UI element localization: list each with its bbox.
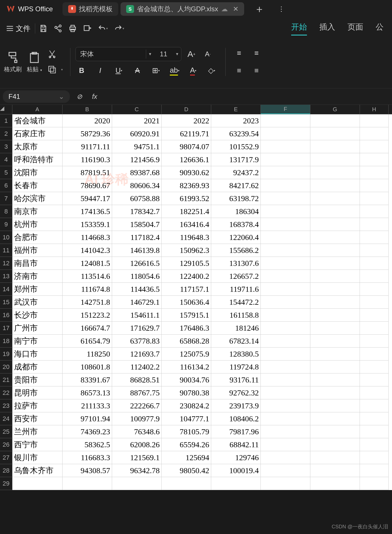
- cell-C18[interactable]: 63778.83: [112, 335, 162, 348]
- cell-G9[interactable]: [310, 218, 360, 231]
- cell-F7[interactable]: [261, 192, 310, 205]
- cell-G22[interactable]: [310, 386, 360, 399]
- cell-H22[interactable]: [360, 386, 389, 399]
- cell-D22[interactable]: 90780.38: [162, 386, 211, 399]
- cell-D4[interactable]: 126636.1: [162, 153, 211, 166]
- cell-E22[interactable]: 92762.32: [211, 386, 261, 399]
- cell-D9[interactable]: 163416.4: [162, 218, 211, 231]
- cell-H5[interactable]: [360, 166, 389, 179]
- strikethrough-button[interactable]: A: [131, 64, 144, 77]
- cell-C2[interactable]: 60920.91: [112, 127, 162, 140]
- cell-G26[interactable]: [310, 438, 360, 451]
- font-size-input[interactable]: 11: [154, 50, 173, 58]
- cell-D27[interactable]: 125694: [162, 451, 211, 464]
- cell-H13[interactable]: [360, 270, 389, 283]
- highlight-button[interactable]: ab▾: [168, 64, 181, 77]
- cell-H29[interactable]: [360, 477, 389, 490]
- cell-E1[interactable]: 2023: [211, 114, 261, 127]
- cell-E3[interactable]: 101552.9: [211, 140, 261, 153]
- cell-C14[interactable]: 114436.5: [112, 283, 162, 296]
- cell-F2[interactable]: [261, 127, 310, 140]
- cell-F6[interactable]: [261, 179, 310, 192]
- cell-C9[interactable]: 158504.7: [112, 218, 162, 231]
- row-header-14[interactable]: 14: [0, 283, 12, 296]
- cell-C22[interactable]: 88767.75: [112, 386, 162, 399]
- align-left-button[interactable]: ≡: [233, 64, 245, 77]
- cell-E15[interactable]: 154472.2: [211, 296, 261, 309]
- row-header-17[interactable]: 17: [0, 322, 12, 335]
- cell-D1[interactable]: 2022: [162, 114, 211, 127]
- cell-G27[interactable]: [310, 451, 360, 464]
- cell-B24[interactable]: 97101.94: [63, 412, 112, 425]
- row-header-5[interactable]: 5: [0, 166, 12, 179]
- cell-D10[interactable]: 119648.3: [162, 231, 211, 244]
- cell-F20[interactable]: [261, 361, 310, 373]
- cell-A13[interactable]: 济南市: [12, 270, 63, 283]
- cell-B1[interactable]: 2020: [63, 114, 112, 127]
- cell-H10[interactable]: [360, 231, 389, 244]
- cell-F23[interactable]: [261, 399, 310, 412]
- cell-F8[interactable]: [261, 205, 310, 218]
- tab-menu-button[interactable]: ⋮: [275, 5, 288, 13]
- cell-F10[interactable]: [261, 231, 310, 244]
- cell-C12[interactable]: 126616.5: [112, 257, 162, 270]
- font-selector[interactable]: 宋体 ▾ 11 ▾: [75, 47, 181, 61]
- cell-B21[interactable]: 83391.67: [63, 373, 112, 386]
- ribbon-tab-page[interactable]: 页面: [348, 22, 363, 35]
- cell-C29[interactable]: [112, 477, 162, 490]
- cell-F27[interactable]: [261, 451, 310, 464]
- chevron-down-icon[interactable]: ▾: [173, 51, 181, 57]
- cell-A17[interactable]: 广州市: [12, 322, 63, 335]
- cell-G5[interactable]: [310, 166, 360, 179]
- cell-A16[interactable]: 长沙市: [12, 309, 63, 322]
- cell-G17[interactable]: [310, 322, 360, 335]
- column-header-E[interactable]: E: [211, 105, 261, 114]
- cell-D16[interactable]: 157915.1: [162, 309, 211, 322]
- cell-F4[interactable]: [261, 153, 310, 166]
- format-painter-group[interactable]: 格式刷: [4, 51, 22, 73]
- row-header-19[interactable]: 19: [0, 348, 12, 361]
- cell-B23[interactable]: 211133.3: [63, 399, 112, 412]
- cell-H20[interactable]: [360, 361, 389, 373]
- share-button[interactable]: [52, 22, 64, 35]
- cell-A3[interactable]: 太原市: [12, 140, 63, 153]
- tab-templates[interactable]: 找稻壳模板: [63, 2, 118, 16]
- cell-H9[interactable]: [360, 218, 389, 231]
- cell-A15[interactable]: 武汉市: [12, 296, 63, 309]
- chevron-down-icon[interactable]: ⌄: [59, 93, 64, 101]
- cell-E18[interactable]: 67823.14: [211, 335, 261, 348]
- cell-B19[interactable]: 118250: [63, 348, 112, 361]
- copy-icon[interactable]: [47, 64, 57, 75]
- cell-A26[interactable]: 西宁市: [12, 438, 63, 451]
- cell-A12[interactable]: 南昌市: [12, 257, 63, 270]
- cell-B22[interactable]: 86573.13: [63, 386, 112, 399]
- cell-E25[interactable]: 79817.96: [211, 425, 261, 438]
- cell-D6[interactable]: 82369.93: [162, 179, 211, 192]
- cell-F9[interactable]: [261, 218, 310, 231]
- formula-input[interactable]: [104, 90, 389, 103]
- row-header-23[interactable]: 23: [0, 399, 12, 412]
- cell-E4[interactable]: 131717.9: [211, 153, 261, 166]
- cell-F14[interactable]: [261, 283, 310, 296]
- cell-C11[interactable]: 146139.8: [112, 244, 162, 257]
- cell-E17[interactable]: 181246: [211, 322, 261, 335]
- cell-D12[interactable]: 129105.5: [162, 257, 211, 270]
- cell-E20[interactable]: 119724.8: [211, 361, 261, 373]
- cell-B15[interactable]: 142751.8: [63, 296, 112, 309]
- cell-D11[interactable]: 150962.3: [162, 244, 211, 257]
- cell-E27[interactable]: 129746: [211, 451, 261, 464]
- cell-G15[interactable]: [310, 296, 360, 309]
- column-header-H[interactable]: H: [360, 105, 389, 114]
- cell-G12[interactable]: [310, 257, 360, 270]
- cell-G19[interactable]: [310, 348, 360, 361]
- align-center-button[interactable]: ≡: [250, 64, 263, 77]
- cell-B4[interactable]: 116190.3: [63, 153, 112, 166]
- cell-A20[interactable]: 成都市: [12, 361, 63, 373]
- cell-A27[interactable]: 银川市: [12, 451, 63, 464]
- cell-A21[interactable]: 贵阳市: [12, 373, 63, 386]
- cell-F18[interactable]: [261, 335, 310, 348]
- tab-current-file[interactable]: S 省会城市总、人均GDP.xlsx ☁ ✕: [121, 2, 244, 16]
- cell-C26[interactable]: 62008.26: [112, 438, 162, 451]
- cell-B7[interactable]: 59447.17: [63, 192, 112, 205]
- row-header-24[interactable]: 24: [0, 412, 12, 425]
